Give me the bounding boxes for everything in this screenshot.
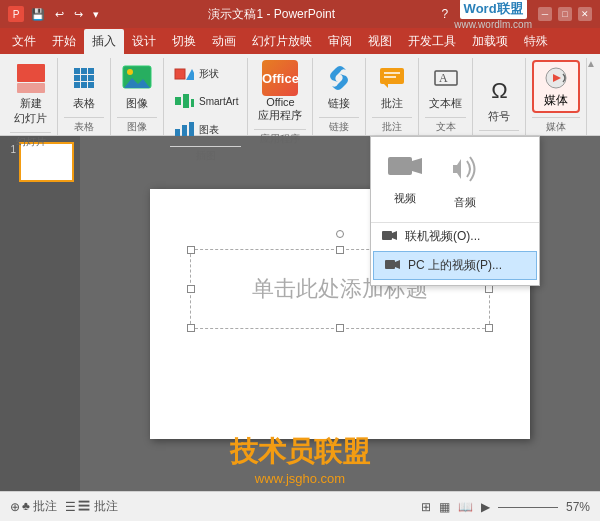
resize-handle-bm[interactable]: [336, 324, 344, 332]
comment-btn[interactable]: 批注: [372, 60, 412, 113]
svg-rect-7: [191, 99, 194, 107]
illustrations-group-label: 插图: [170, 146, 241, 163]
close-btn[interactable]: ✕: [578, 7, 592, 21]
tab-special[interactable]: 特殊: [516, 29, 556, 54]
tab-developer[interactable]: 开发工具: [400, 29, 464, 54]
link-icon: [323, 62, 355, 94]
image-group-label: 图像: [117, 117, 157, 134]
chart-btn[interactable]: 图表: [170, 116, 241, 142]
textbox-label: 文本框: [429, 96, 462, 111]
tab-insert[interactable]: 插入: [84, 29, 124, 54]
comment-label: 批注: [381, 96, 403, 111]
tab-addins[interactable]: 加载项: [464, 29, 516, 54]
ribbon-group-apps: Office Office应用程序 应用程序: [248, 58, 313, 135]
resize-handle-tm[interactable]: [336, 246, 344, 254]
resize-handle-br[interactable]: [485, 324, 493, 332]
new-slide-btn[interactable]: 新建幻灯片: [10, 60, 51, 128]
view-slideshow-btn[interactable]: ▶: [481, 500, 490, 514]
image-btn[interactable]: 图像: [117, 60, 157, 113]
pc-video-icon: [384, 259, 402, 273]
apps-group-label: 应用程序: [254, 129, 306, 146]
svg-rect-8: [175, 129, 180, 136]
smartart-icon: [173, 90, 195, 112]
tab-switch[interactable]: 切换: [164, 29, 204, 54]
help-btn[interactable]: ?: [442, 7, 449, 21]
online-video-item[interactable]: 联机视频(O)...: [371, 223, 539, 250]
status-left: ⊕ ♣ 批注 ☰ ☰ 批注: [10, 498, 118, 515]
view-slide-btn[interactable]: ▦: [439, 500, 450, 514]
status-bar: ⊕ ♣ 批注 ☰ ☰ 批注 ⊞ ▦ 📖 ▶ ————— 57%: [0, 491, 600, 521]
svg-marker-4: [186, 69, 194, 80]
new-slide-icon: [15, 62, 47, 94]
view-normal-btn[interactable]: ⊞: [421, 500, 431, 514]
ribbon-group-illustrations: 形状 SmartArt 图表 插图: [164, 58, 248, 135]
tab-file[interactable]: 文件: [4, 29, 44, 54]
office-apps-btn[interactable]: Office Office应用程序: [254, 60, 306, 125]
tab-view[interactable]: 视图: [360, 29, 400, 54]
tab-start[interactable]: 开始: [44, 29, 84, 54]
redo-btn[interactable]: ↪: [71, 8, 86, 21]
svg-rect-5: [175, 97, 181, 105]
save-qat-btn[interactable]: 💾: [28, 8, 48, 21]
notes-btn[interactable]: ☰ ☰ 批注: [65, 498, 117, 515]
office-label: Office应用程序: [258, 96, 302, 123]
pc-video-item[interactable]: PC 上的视频(P)...: [373, 251, 537, 280]
tab-slideshow[interactable]: 幻灯片放映: [244, 29, 320, 54]
shapes-label: 形状: [199, 67, 219, 81]
symbol-btn[interactable]: Ω 符号: [479, 73, 519, 126]
ribbon-tabs: 文件 开始 插入 设计 切换 动画 幻灯片放映 审阅 视图 开发工具 加载项 特…: [0, 28, 600, 54]
comment-icon: [376, 62, 408, 94]
table-btn[interactable]: 表格: [64, 60, 104, 113]
link-label: 链接: [328, 96, 350, 111]
office-icon: Office: [264, 62, 296, 94]
more-qat-btn[interactable]: ▾: [90, 8, 102, 21]
audio-label: 音频: [454, 195, 476, 210]
svg-rect-19: [388, 157, 412, 175]
audio-dropdown-item[interactable]: 音频: [447, 149, 483, 214]
ribbon-group-image: 图像 图像: [111, 58, 164, 135]
media-btn[interactable]: 媒体: [532, 60, 580, 113]
pc-video-label: PC 上的视频(P)...: [408, 257, 502, 274]
symbol-icon: Ω: [483, 75, 515, 107]
textbox-btn[interactable]: A 文本框: [425, 60, 466, 113]
add-comment-btn[interactable]: ⊕ ♣ 批注: [10, 498, 57, 515]
minimize-btn[interactable]: ─: [538, 7, 552, 21]
ribbon-group-links: 链接 链接: [313, 58, 366, 135]
table-label: 表格: [73, 96, 95, 111]
maximize-btn[interactable]: □: [558, 7, 572, 21]
ribbon-group-table: 表格 表格: [58, 58, 111, 135]
rotate-handle[interactable]: [336, 230, 344, 238]
smartart-btn[interactable]: SmartArt: [170, 88, 241, 114]
video-dropdown-item[interactable]: 视频: [383, 149, 427, 214]
links-group-label: 链接: [319, 117, 359, 134]
svg-marker-20: [412, 158, 422, 174]
notes-label: ☰ 批注: [78, 498, 117, 515]
shapes-btn[interactable]: 形状: [170, 60, 241, 86]
link-btn[interactable]: 链接: [319, 60, 359, 113]
ribbon-collapse-btn[interactable]: ▲: [586, 58, 596, 69]
resize-handle-bl[interactable]: [187, 324, 195, 332]
add-comment-icon: ⊕: [10, 500, 20, 514]
media-group-label: 媒体: [532, 117, 580, 134]
app-icon: P: [8, 6, 24, 22]
tab-review[interactable]: 审阅: [320, 29, 360, 54]
slide-panel: 1: [0, 136, 80, 491]
title-bar-left: P 💾 ↩ ↪ ▾: [8, 6, 102, 22]
svg-marker-22: [392, 231, 397, 240]
notes-icon: ☰: [65, 500, 76, 514]
textbox-icon: A: [430, 62, 462, 94]
text-group-label: 文本: [425, 117, 466, 134]
wordlm-url: www.wordlm.com: [454, 19, 532, 30]
resize-handle-tl[interactable]: [187, 246, 195, 254]
svg-point-1: [127, 69, 133, 75]
zoom-level: —————: [498, 500, 558, 514]
tab-design[interactable]: 设计: [124, 29, 164, 54]
dropdown-media-icons: 视频 音频: [371, 141, 539, 223]
undo-btn[interactable]: ↩: [52, 8, 67, 21]
table-group-label: 表格: [64, 117, 104, 134]
svg-text:A: A: [439, 71, 448, 85]
tab-animation[interactable]: 动画: [204, 29, 244, 54]
svg-rect-3: [175, 69, 185, 79]
view-reading-btn[interactable]: 📖: [458, 500, 473, 514]
resize-handle-ml[interactable]: [187, 285, 195, 293]
